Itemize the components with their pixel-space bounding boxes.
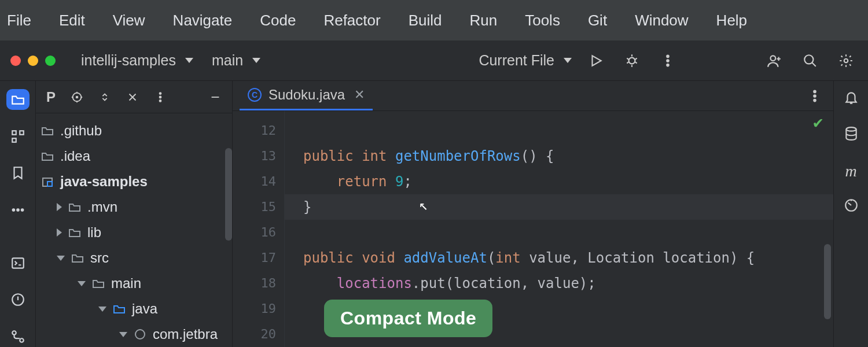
close-icon[interactable] [126,91,139,104]
more-tool-button[interactable] [6,200,30,220]
search-everywhere-button[interactable] [799,49,822,72]
target-icon[interactable] [71,91,83,104]
svg-point-9 [804,55,813,64]
chevron-down-icon [57,256,65,261]
bookmarks-tool-button[interactable] [6,163,30,183]
menu-refactor[interactable]: Refactor [323,12,380,29]
package-icon [133,327,147,341]
notifications-tool-button[interactable] [844,90,859,109]
minimize-window-button[interactable] [28,56,38,66]
more-actions-button[interactable] [656,49,679,72]
tree-item-java[interactable]: java [36,296,232,322]
project-tree[interactable]: .github .idea java-samples .mvn lib src … [36,113,232,347]
maven-tool-button[interactable]: m [845,162,856,180]
menu-view[interactable]: View [113,12,145,29]
scrollbar[interactable] [225,148,232,241]
folder-icon [71,251,84,265]
debug-button[interactable] [620,49,643,72]
svg-point-15 [17,209,19,211]
terminal-tool-button[interactable] [6,253,30,274]
gauge-icon [844,198,859,213]
menu-tools[interactable]: Tools [525,12,560,29]
menu-git[interactable]: Git [588,12,607,29]
svg-rect-12 [20,131,24,135]
tab-filename: Sudoku.java [269,87,345,103]
problems-tool-button[interactable] [6,290,30,311]
kebab-icon[interactable] [154,91,167,104]
module-icon [41,175,54,189]
tab-more-button[interactable] [803,84,826,108]
os-menubar: File Edit View Navigate Code Refactor Bu… [0,0,868,40]
project-panel: P .github .idea java-samples .mvn lib sr… [36,81,233,347]
terminal-icon [10,256,25,271]
git-tool-button[interactable] [6,326,30,347]
menu-edit[interactable]: Edit [59,12,85,29]
menu-navigate[interactable]: Navigate [173,12,233,29]
branch-chooser[interactable]: main [206,52,260,69]
right-toolstrip: m [833,81,868,347]
close-tab-button[interactable]: ✕ [354,87,365,102]
folder-icon [68,226,82,239]
svg-point-16 [21,209,23,211]
structure-icon [10,129,25,144]
ide-topbar: intellij-samples main Current File [0,40,868,81]
line-gutter[interactable]: 121314151617181920 [233,111,285,347]
search-icon [803,53,818,68]
editor-tab-sudoku[interactable]: C Sudoku.java ✕ [240,81,373,110]
svg-point-29 [814,90,815,92]
structure-tool-button[interactable] [6,126,30,147]
code-with-me-button[interactable] [763,49,786,72]
expand-collapse-icon[interactable] [98,91,111,104]
left-toolstrip [0,81,36,347]
menu-run[interactable]: Run [469,12,497,29]
menu-window[interactable]: Window [635,12,688,29]
project-chooser[interactable]: intellij-samples [81,52,193,69]
folder-icon [91,276,105,290]
svg-point-32 [846,127,856,131]
svg-point-30 [814,95,815,97]
folder-icon [41,124,54,138]
tree-item-main[interactable]: main [36,271,232,296]
tree-item-lib[interactable]: lib [36,220,232,245]
user-plus-icon [767,53,782,68]
inspection-ok-icon[interactable]: ✔ [813,110,823,135]
play-icon [589,53,604,68]
svg-point-10 [844,58,848,62]
svg-rect-11 [12,131,16,135]
tree-label: .github [60,118,102,143]
database-tool-button[interactable] [844,126,859,145]
svg-rect-27 [47,182,52,186]
maximize-window-button[interactable] [45,56,56,66]
profiler-tool-button[interactable] [844,198,859,216]
svg-point-20 [20,338,24,342]
chevron-right-icon [57,203,62,211]
tree-item-github[interactable]: .github [36,118,232,143]
svg-point-6 [667,60,668,61]
menu-build[interactable]: Build [409,12,442,29]
chevron-down-icon [564,58,572,63]
svg-point-14 [12,209,14,211]
editor-tabs: C Sudoku.java ✕ [233,81,833,111]
menu-file[interactable]: File [7,12,31,29]
branch-name: main [212,52,243,69]
window-controls [10,56,56,66]
svg-point-28 [135,330,145,339]
tree-item-root[interactable]: java-samples [36,169,232,194]
menu-help[interactable]: Help [716,12,747,29]
chevron-down-icon [98,307,106,312]
project-tool-button[interactable] [6,89,30,110]
tree-item-mvn[interactable]: .mvn [36,194,232,220]
editor-scrollbar[interactable] [824,244,831,319]
run-button[interactable] [584,49,608,72]
close-window-button[interactable] [10,56,21,66]
tree-label: com.jetbra [153,322,218,347]
project-panel-button[interactable]: P [46,89,56,105]
run-config-chooser[interactable]: Current File [479,52,572,69]
tree-item-src[interactable]: src [36,245,232,271]
menu-code[interactable]: Code [260,12,296,29]
svg-point-5 [667,55,668,57]
tree-item-package[interactable]: com.jetbra [36,322,232,347]
settings-button[interactable] [834,49,858,72]
minimize-icon[interactable] [209,91,222,104]
tree-item-idea[interactable]: .idea [36,143,232,169]
